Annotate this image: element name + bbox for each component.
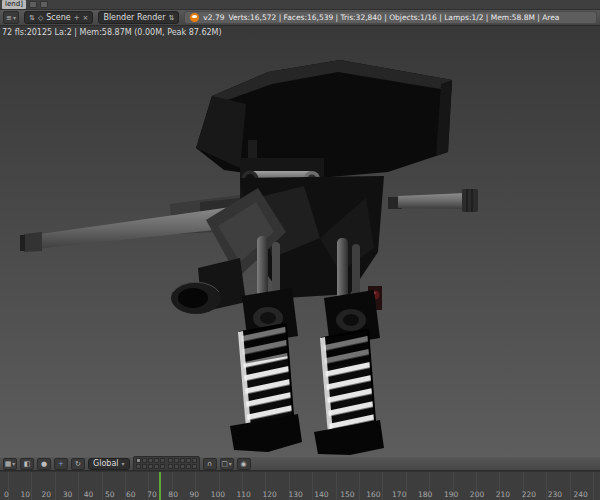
mode-button[interactable]: ◧ (20, 458, 34, 470)
engine-name: Blender Render (103, 13, 165, 22)
timeline-tick-label: 90 (190, 490, 200, 499)
layer-toggle[interactable] (180, 458, 185, 463)
scene-name: Scene (46, 13, 70, 22)
shading-icon: ● (41, 460, 47, 468)
timeline-tick-label: 180 (418, 490, 432, 499)
blender-logo-icon (190, 13, 199, 22)
mech-model[interactable] (0, 26, 600, 456)
browse-icon: ⇅ (29, 14, 35, 22)
chevron-down-icon: ▾ (229, 460, 232, 467)
timeline-tick-label: 120 (262, 490, 276, 499)
render-engine-selector[interactable]: Blender Render ⇅ (98, 11, 179, 24)
scene-statistics: Verts:16,572 | Faces:16,539 | Tris:32,84… (228, 13, 559, 22)
timeline-tick-label: 230 (548, 490, 562, 499)
viewport-3d[interactable]: 72 fls:20125 La:2 | Mem:58.87M (0.00M, P… (0, 26, 600, 456)
timeline-tick-label: 150 (340, 490, 354, 499)
view3d-header: ▦ ▾ ◧ ● + ↻ Global ▾ ∩ □ ▾ ◉ (0, 456, 600, 471)
timeline-tick-label: 110 (237, 490, 251, 499)
editor-type-button[interactable]: ▦ ▾ (3, 458, 17, 470)
layer-toggle[interactable] (148, 464, 153, 469)
orientation-selector[interactable]: Global ▾ (88, 458, 130, 470)
layer-toggle[interactable] (168, 458, 173, 463)
window-titlebar: lend] (0, 0, 600, 10)
layer-toggle[interactable] (174, 464, 179, 469)
snap-element-button[interactable]: □ ▾ (220, 458, 234, 470)
timeline-tick-label: 170 (392, 490, 406, 499)
timeline-ruler[interactable]: 0102030405060708090100110120130140150160… (0, 471, 600, 500)
info-editor-icon: ≡ (6, 14, 12, 22)
viewport-shading-button[interactable]: ● (37, 458, 51, 470)
timeline-tick-label: 130 (288, 490, 302, 499)
rotate-gizmo-icon: ↻ (75, 460, 81, 468)
chevron-down-icon: ▾ (13, 14, 16, 21)
manipulator-rotate-button[interactable]: ↻ (71, 458, 85, 470)
timeline-tick-label: 100 (211, 490, 225, 499)
blender-version: v2.79 (203, 13, 224, 22)
layer-group (136, 458, 165, 469)
object-mode-icon: ◧ (24, 460, 31, 468)
manipulator-translate-button[interactable]: + (54, 458, 68, 470)
timeline-tick-label: 210 (496, 490, 510, 499)
render-stats-overlay: 72 fls:20125 La:2 | Mem:58.87M (0.00M, P… (2, 28, 222, 37)
chevron-down-icon: ▾ (12, 460, 15, 467)
layers-widget (133, 456, 200, 471)
layer-toggle[interactable] (192, 464, 197, 469)
layer-toggle[interactable] (168, 464, 173, 469)
unlink-scene-button[interactable]: × (83, 14, 89, 22)
mech-tread-feet[interactable] (230, 324, 384, 455)
layer-toggle[interactable] (174, 458, 179, 463)
scene-stats-bar: v2.79 Verts:16,572 | Faces:16,539 | Tris… (184, 11, 597, 24)
layer-toggle[interactable] (148, 458, 153, 463)
scene-icon: ◇ (38, 14, 43, 22)
timeline-tick-label: 220 (522, 490, 536, 499)
window-icon[interactable] (40, 1, 48, 8)
layer-toggle[interactable] (186, 464, 191, 469)
add-scene-button[interactable]: + (74, 14, 80, 22)
timeline-tick-label: 240 (574, 490, 588, 499)
mech-gun-right[interactable] (388, 189, 478, 212)
timeline-tick-label: 0 (4, 490, 9, 499)
timeline-tick-label: 200 (470, 490, 484, 499)
magnet-icon: ∩ (207, 460, 212, 468)
snap-element-icon: □ (221, 460, 228, 468)
layer-toggle[interactable] (142, 458, 147, 463)
layer-toggle[interactable] (186, 458, 191, 463)
layer-toggle[interactable] (154, 458, 159, 463)
timeline-tick-label: 20 (42, 490, 52, 499)
timeline-ticks: 0102030405060708090100110120130140150160… (4, 490, 588, 499)
browse-icon: ⇅ (168, 14, 174, 22)
layer-toggle[interactable] (142, 464, 147, 469)
editor-type-button[interactable]: ≡ ▾ (3, 11, 19, 24)
chevron-down-icon: ▾ (122, 460, 125, 467)
info-header: ≡ ▾ ⇅ ◇ Scene + × Blender Render ⇅ v2.79… (0, 10, 600, 26)
camera-icon: ◉ (240, 460, 246, 468)
layer-toggle[interactable] (136, 464, 141, 469)
timeline-tick-label: 80 (168, 490, 178, 499)
timeline-tick-label: 30 (63, 490, 73, 499)
timeline-tick-label: 40 (84, 490, 94, 499)
layer-toggle[interactable] (192, 458, 197, 463)
layer-group (168, 458, 197, 469)
timeline-tick-label: 160 (366, 490, 380, 499)
timeline-tick-label: 70 (147, 490, 157, 499)
window-title-fragment: lend] (2, 0, 26, 9)
layer-toggle[interactable] (154, 464, 159, 469)
orientation-value: Global (93, 459, 119, 468)
layer-toggle[interactable] (136, 458, 141, 463)
timeline-tick-label: 60 (126, 490, 136, 499)
scene-selector[interactable]: ⇅ ◇ Scene + × (24, 11, 93, 24)
snap-toggle-button[interactable]: ∩ (203, 458, 217, 470)
layer-toggle[interactable] (160, 464, 165, 469)
opengl-render-button[interactable]: ◉ (237, 458, 251, 470)
layer-toggle[interactable] (180, 464, 185, 469)
view3d-editor-icon: ▦ (5, 460, 12, 468)
layer-toggle[interactable] (160, 458, 165, 463)
translate-gizmo-icon: + (58, 460, 64, 468)
timeline-tick-label: 190 (444, 490, 458, 499)
timeline-tick-label: 50 (105, 490, 115, 499)
timeline-tick-label: 10 (20, 490, 30, 499)
window-icon[interactable] (29, 1, 37, 8)
timeline-tick-label: 140 (314, 490, 328, 499)
